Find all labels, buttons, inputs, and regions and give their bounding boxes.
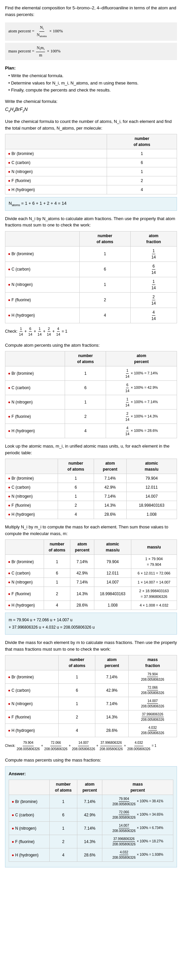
- element-br: ● Br (bromine): [5, 366, 65, 381]
- table-row: ● C (carbon) 6 614: [5, 261, 177, 277]
- element-c: ● C (carbon): [5, 483, 58, 492]
- table-row: ● N (nitrogen) 1: [5, 167, 177, 177]
- step6-col-fraction: massfraction: [128, 655, 177, 670]
- element-f: ● F (fluorine): [5, 292, 80, 308]
- table-row: ● Br (bromine) 1 7.14% 79.904208.0058063…: [9, 795, 173, 808]
- element-h: ● H (hydrogen): [5, 185, 107, 194]
- table-row: ● C (carbon) 6 614 × 100% = 42.9%: [5, 381, 177, 395]
- plan-item-1: Write the chemical formula.: [5, 73, 177, 79]
- step6-col-atoms: numberof atoms: [59, 655, 95, 670]
- plan-item-3: Finally, compute the percents and check …: [5, 87, 177, 94]
- step5-section: Multiply N_i by m_i to compute the mass …: [5, 524, 177, 635]
- step5-col-atomic-mass: atomicmass/u: [94, 540, 131, 555]
- step6-header: Divide the mass for each element by m to…: [5, 639, 177, 652]
- step5-col-percent: atompercent: [70, 540, 94, 555]
- step7-col-mass-pct: masspercent: [102, 780, 173, 795]
- element-h: ● H (hydrogen): [5, 510, 58, 519]
- step7-col-element: [9, 780, 50, 795]
- n-mass-frac: 14.007208.005806326: [128, 697, 177, 710]
- n-atom-pct: 7.14%: [95, 697, 128, 710]
- step4-table: numberof atoms atompercent atomicmass/u …: [5, 458, 177, 519]
- br-atoms: 1: [79, 246, 130, 261]
- step7-section: Compute mass percents using the mass fra…: [5, 757, 177, 867]
- element-br: ● Br (bromine): [5, 670, 59, 684]
- h-atomic-mass: 1.008: [94, 601, 131, 610]
- h-atom-pct: 28.6%: [95, 724, 128, 737]
- step4-header: Look up the atomic mass, m_i, in unified…: [5, 443, 177, 456]
- plan-header: Plan:: [5, 65, 177, 72]
- step5-col-mass: mass/u: [131, 540, 177, 555]
- n-atoms: 1: [59, 697, 95, 710]
- table-row: ● Br (bromine) 1 7.14% 79.904: [5, 474, 177, 483]
- n-mass: 14.007: [126, 492, 177, 501]
- br-fraction: 114: [130, 246, 177, 261]
- equals1: = 1: [62, 329, 67, 334]
- step3-col-percent: atompercent: [106, 352, 177, 366]
- element-br: ● Br (bromine): [5, 149, 107, 158]
- h-atoms: 4: [79, 308, 130, 323]
- element-n: ● N (nitrogen): [5, 167, 107, 177]
- table-row: ● F (fluorine) 2 14.3% 37.996806326208.0…: [5, 710, 177, 724]
- step6-col-element: [5, 655, 59, 670]
- table-row: ● C (carbon) 6 42.9% 72.066208.005806326…: [9, 808, 173, 822]
- step2-check-text: Check:: [5, 329, 19, 334]
- step4-col-element: [5, 459, 58, 474]
- f-fraction: 214: [130, 292, 177, 308]
- n-mass-pct: 14.007208.005806326 × 100% = 6.734%: [102, 822, 173, 835]
- br-mass-pct: 79.904208.005806326 × 100% = 38.41%: [102, 795, 173, 808]
- table-row: ● F (fluorine) 2 14.3% 37.996806326208.0…: [9, 835, 173, 848]
- plan-section: Plan: Write the chemical formula. Determ…: [5, 65, 177, 94]
- step3-col-atoms: numberof atoms: [65, 352, 106, 366]
- n-atoms: 1: [49, 822, 77, 835]
- chemical-formula: C6H4BrF2N: [5, 106, 177, 114]
- table-row: ● F (fluorine) 2 214: [5, 292, 177, 308]
- element-h: ● H (hydrogen): [5, 424, 65, 438]
- table-row: ● Br (bromine) 1 114 × 100% = 7.14%: [5, 366, 177, 381]
- c-atoms: 6: [49, 808, 77, 822]
- step6-check: Check: 79.904208.005806326 + 72.066208.0…: [5, 740, 177, 752]
- n-atom-pct: 7.14%: [70, 578, 94, 587]
- element-f: ● F (fluorine): [5, 409, 65, 424]
- h-atoms: 4: [58, 510, 94, 519]
- step1-col-element: [5, 134, 107, 149]
- c-atoms: 6: [58, 483, 94, 492]
- atom-percent-label: atom percent =: [8, 29, 35, 33]
- plus1: +: [24, 329, 28, 334]
- f-mass: 18.998403163: [126, 501, 177, 510]
- table-row: ● C (carbon) 6 42.9% 12.011: [5, 483, 177, 492]
- step6-table: numberof atoms atompercent massfraction …: [5, 655, 177, 737]
- f-mass-frac: 37.996806326208.005806326: [128, 710, 177, 724]
- h-mass: 1.008: [126, 510, 177, 519]
- step4-col-percent: atompercent: [94, 459, 126, 474]
- br-atomic-mass: 79.904: [94, 555, 131, 569]
- f-atoms: 2: [65, 409, 106, 424]
- plus2: +: [34, 329, 37, 334]
- element-f: ● F (fluorine): [9, 835, 50, 848]
- br-atom-pct: 7.14%: [95, 670, 128, 684]
- element-n: ● N (nitrogen): [5, 578, 44, 587]
- f-atom-pct: 14.3%: [78, 835, 102, 848]
- chemical-formula-section: Write the chemical formula: C6H4BrF2N: [5, 98, 177, 114]
- c-mass-pct: 72.066208.005806326 × 100% = 34.65%: [102, 808, 173, 822]
- br-mass-frac: 79.904208.005806326: [128, 670, 177, 684]
- element-br: ● Br (bromine): [5, 246, 80, 261]
- step6-col-percent: atompercent: [95, 655, 128, 670]
- h-mass-pct: 4.032208.005806326 × 100% = 1.938%: [102, 848, 173, 862]
- br-atoms: 1: [59, 670, 95, 684]
- table-row: ● Br (bromine) 1 7.14% 79.904208.0058063…: [5, 670, 177, 684]
- element-c: ● C (carbon): [5, 684, 59, 697]
- n-atoms: 1: [107, 167, 177, 177]
- n-atom-pct: 7.14%: [78, 822, 102, 835]
- element-c: ● C (carbon): [5, 381, 65, 395]
- mol-mass-line2: + 37.996806326 u + 4.032 u = 208.0058063…: [9, 624, 173, 630]
- mol-mass-equation: m = 79.904 u + 72.066 u + 14.007 u + 37.…: [5, 612, 177, 635]
- step7-col-atom-pct: atompercent: [78, 780, 102, 795]
- element-c: ● C (carbon): [5, 158, 107, 167]
- table-row: ● H (hydrogen) 4 28.6% 4.032208.00580632…: [5, 724, 177, 737]
- step5-col-element: [5, 540, 44, 555]
- step2-check: Check: 114 + 614 + 114 + 214 + 414 = 1: [5, 326, 177, 337]
- f-atom-pct: 14.3%: [94, 501, 126, 510]
- f-atoms: 2: [79, 292, 130, 308]
- c-mass-frac: 72.066208.005806326: [128, 684, 177, 697]
- natoms-eq-text: Natoms = 1 + 6 + 1 + 2 + 4 = 14: [9, 201, 66, 206]
